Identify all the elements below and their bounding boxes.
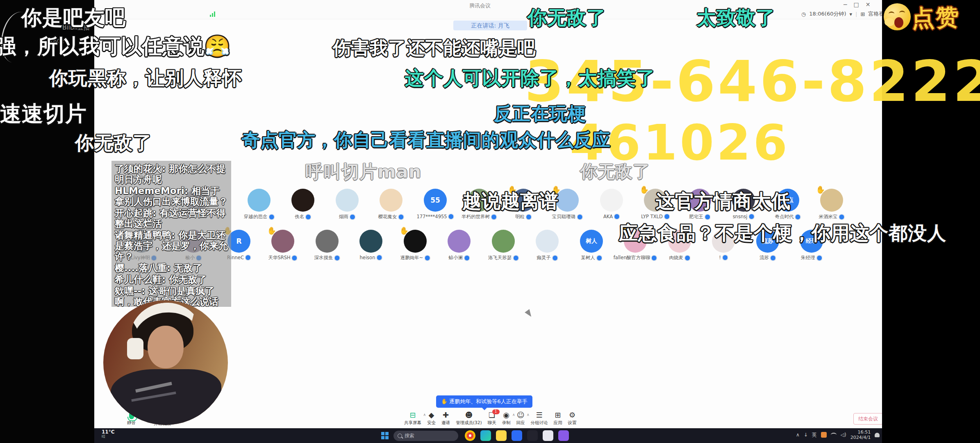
participant-tile[interactable]: 鲸小澜 [448,230,471,253]
audio-status-badge [398,214,404,220]
participant-name: 肥宅王 [689,214,710,220]
participant-name-text: 肥宅王 [689,214,703,220]
apps-button[interactable]: ⊞应用 [554,411,562,426]
audio-status-badge [722,255,728,260]
minimize-button[interactable]: ─ [844,1,847,8]
clock[interactable]: 16:51 2024/4/1 [850,429,871,440]
streamer-face [148,326,184,368]
reaction-label: 回应 [516,420,525,426]
close-button[interactable]: ✕ [866,1,871,8]
taskbar-app-chat-app[interactable] [558,430,569,441]
record-button[interactable]: ◉∧录制 [502,411,511,426]
taskbar-app-notes[interactable] [543,430,553,441]
participant-name: 烟雨 [339,214,355,220]
download-icon[interactable]: ↓ [804,432,808,438]
maximize-button[interactable]: □ [853,1,859,8]
participant-tile[interactable]: ✋逐鹏炖年~ [404,230,427,253]
weather-widget[interactable]: 11°C 晴 [102,429,115,439]
share-screen-button[interactable]: ⊟∧共享屏幕 [404,411,421,426]
participant-tile[interactable]: 55177****4955 [424,189,447,212]
audio-status-badge [268,214,274,220]
start-button[interactable] [381,432,389,439]
participant-name: 宝贝聪璎璐 [552,214,583,220]
audio-status-badge [770,255,776,261]
system-tray: ∧ ↓ 英 ◁) 16:51 2024/4/1 [796,429,880,440]
manage-members-icon: ☻ [465,411,473,419]
participant-avatar [248,189,271,212]
participant-tile[interactable]: 树人某树人 [580,230,603,253]
participant-avatar [492,230,515,253]
chevron-up-icon[interactable]: ∧ [527,413,530,417]
chevron-down-icon[interactable]: ▾ [850,11,853,17]
apps-label: 应用 [554,420,562,426]
participant-name: snsnsj [733,214,755,219]
participant-name: 流苏 [759,255,776,261]
audio-status-badge [305,214,311,220]
participant-tile[interactable]: 深水摸鱼 [316,230,339,253]
volume-icon[interactable]: ◁) [841,432,846,438]
participant-avatar [291,189,314,212]
meeting-timer[interactable]: 18:06(60分钟) [809,10,846,18]
end-meeting-button[interactable]: 结束会议 [853,413,883,425]
tray-app-icon[interactable] [821,432,827,438]
participant-name-text: 逐鹏炖年~ [400,255,423,261]
record-label: 录制 [502,420,511,426]
taskbar-search[interactable]: 搜索 [393,431,458,441]
notification-bell-icon[interactable] [875,433,880,437]
reaction-button[interactable]: ☺∧回应 [516,411,525,426]
danmaku-comment: 伤害我了还不能还嘴是吧 [333,36,536,60]
search-icon [398,434,402,438]
audio-status-badge [839,214,845,220]
participant-tile[interactable]: ✋天华SRSH [271,230,294,253]
danmaku-comment: 呼叫切片man [305,160,421,184]
breakout-button[interactable]: ☰分组讨论 [531,411,548,426]
chevron-up-icon[interactable]: ∧ [423,413,426,417]
audio-status-badge [596,255,602,261]
taskbar-app-browser[interactable] [465,430,475,441]
audio-status-badge [816,255,822,261]
chat-label: 聊天 [488,420,496,426]
participant-tile[interactable]: 烟雨 [336,189,359,212]
taskbar-app-edge[interactable] [480,430,491,441]
security-button[interactable]: ◆安全 [427,411,436,426]
participant-tile[interactable]: AKA [600,189,623,212]
participant-tile[interactable]: ✋米酒米宝 [820,189,843,212]
chat-button[interactable]: ❏1聊天 [488,411,496,426]
wifi-icon[interactable] [831,433,837,437]
participant-tile[interactable]: 癫灵子 [536,230,559,253]
taskbar-app-meeting-app[interactable] [512,430,522,441]
manage-members-button[interactable]: ☻管理成员(32) [456,411,482,426]
participant-tile[interactable]: ✋宝贝聪璎璐 [556,189,579,212]
grid-view-icon: ⊞ [860,11,865,17]
participant-tile[interactable]: 穿越的思念 [248,189,271,212]
participant-tile[interactable]: 佚名 [291,189,314,212]
danmaku-comment: 你无敌了 [75,130,152,156]
participant-name: 樱花魔女 [378,214,404,220]
participant-name-text: heison [360,255,375,260]
participant-name-text: fallen酸官方聊聊 [614,255,650,261]
participant-name: LYP TXLD [641,214,670,219]
participant-name-text: 洛飞天苏瑟 [488,255,512,261]
taskbar-app-folder[interactable] [496,430,507,441]
participant-tile[interactable]: 樱花魔女 [380,189,402,212]
audio-status-badge [350,214,355,220]
participant-avatar [448,230,471,253]
chevron-up-icon[interactable]: ∧ [512,413,515,417]
unread-badge: 1 [492,409,500,414]
participant-name-text: 宝贝聪璎璐 [552,214,576,220]
tray-expand-icon[interactable]: ∧ [796,432,800,438]
taskbar-app-terminal[interactable] [527,430,538,441]
settings-button[interactable]: ⚙设置 [568,411,577,426]
participant-name: 穿越的思念 [244,214,275,220]
invite-button[interactable]: ✚邀请 [441,411,450,426]
like-sticker: 点赞 [884,1,980,34]
audio-status-badge [651,255,657,261]
participant-name: 天华SRSH [268,255,297,261]
chat-message: 了须的花火: 那你怎么不提明日方舟呢 [115,163,228,185]
participant-tile[interactable]: 洛飞天苏瑟 [492,230,515,253]
danmaku-comment: 奇点官方，你自己看看直播间的观众什么反应 [242,128,611,152]
audio-status-badge [292,255,298,261]
participant-tile[interactable]: heison [359,230,382,253]
language-indicator[interactable]: 英 [812,432,817,438]
participant-name-text: 明粒 [515,214,525,220]
